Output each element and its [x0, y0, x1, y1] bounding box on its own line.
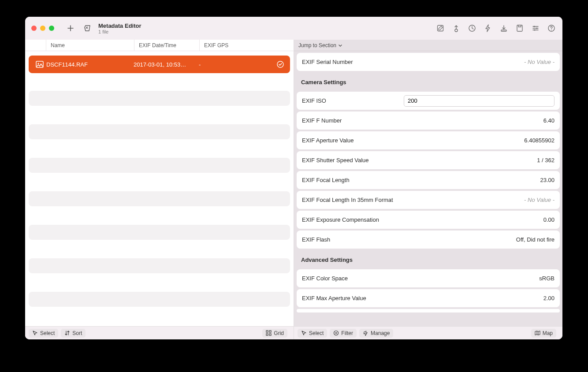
svg-point-7 — [534, 30, 536, 31]
edit-icon[interactable] — [435, 23, 445, 33]
detail-value: 6.40855902 — [524, 137, 555, 144]
detail-scroll[interactable]: EXIF Serial Number - No Value - Camera S… — [294, 51, 562, 326]
section-camera-settings: Camera Settings — [297, 73, 560, 90]
svg-rect-14 — [269, 331, 271, 332]
chevron-down-icon — [338, 43, 342, 48]
detail-shutter[interactable]: EXIF Shutter Speed Value 1 / 362 — [297, 151, 560, 169]
detail-aperture[interactable]: EXIF Aperture Value 6.40855902 — [297, 131, 560, 149]
manage-label: Manage — [371, 330, 390, 336]
flash-icon[interactable] — [483, 23, 493, 33]
column-headers: Name EXIF Date/Time EXIF GPS — [25, 40, 294, 51]
detail-value: 23.00 — [540, 177, 555, 183]
iso-input[interactable] — [404, 95, 555, 107]
download-icon[interactable] — [499, 23, 509, 33]
detail-value: 1 / 362 — [537, 157, 555, 164]
svg-rect-4 — [517, 25, 522, 31]
help-icon[interactable] — [547, 23, 556, 33]
minimize-window-button[interactable] — [40, 26, 45, 31]
jump-label: Jump to Section — [298, 42, 336, 48]
svg-point-11 — [38, 63, 39, 64]
left-footer: Select Sort Grid — [25, 326, 294, 339]
check-icon — [275, 61, 286, 68]
empty-row — [29, 124, 290, 139]
detail-label: EXIF F Number — [302, 117, 342, 124]
select-button[interactable]: Select — [29, 329, 58, 338]
close-window-button[interactable] — [31, 26, 37, 31]
detail-label: EXIF Exposure Compensation — [302, 216, 379, 223]
app-window: Metadata Editor 1 file — [25, 17, 562, 339]
empty-row — [29, 91, 290, 106]
detail-flash[interactable]: EXIF Flash Off, Did not fire — [297, 231, 560, 249]
right-footer: Select Filter Manage Map — [294, 326, 562, 339]
detail-colorspace[interactable]: EXIF Color Space sRGB — [297, 269, 560, 287]
map-button[interactable]: Map — [531, 329, 556, 338]
titlebar: Metadata Editor 1 file — [25, 17, 562, 40]
detail-focal[interactable]: EXIF Focal Length 23.00 — [297, 171, 560, 189]
detail-fnumber[interactable]: EXIF F Number 6.40 — [297, 112, 560, 130]
detail-label: EXIF Max Aperture Value — [302, 295, 366, 301]
detail-value: sRGB — [539, 275, 555, 282]
file-list: DSCF1144.RAF 2017-03-01, 10:53… - — [25, 51, 294, 326]
filter-label: Filter — [341, 330, 353, 336]
detail-iso[interactable]: EXIF ISO — [297, 92, 560, 110]
detail-focal35[interactable]: EXIF Focal Length In 35mm Format - No Va… — [297, 191, 560, 209]
column-gps[interactable]: EXIF GPS — [200, 40, 294, 51]
svg-point-1 — [455, 29, 458, 32]
history-icon[interactable] — [467, 23, 477, 33]
section-advanced-settings: Advanced Settings — [297, 250, 560, 268]
no-value: - No Value - — [524, 197, 555, 203]
add-button[interactable] — [66, 23, 75, 33]
save-icon[interactable] — [515, 23, 525, 33]
svg-point-9 — [551, 30, 552, 30]
detail-label: EXIF Aperture Value — [302, 137, 354, 144]
file-date: 2017-03-01, 10:53… — [134, 61, 199, 68]
svg-rect-3 — [501, 30, 506, 31]
remove-button[interactable] — [82, 23, 92, 33]
select-label: Select — [309, 330, 324, 336]
grid-label: Grid — [274, 330, 284, 336]
detail-label: EXIF Color Space — [302, 275, 348, 282]
detail-label: EXIF ISO — [302, 97, 326, 104]
window-subtitle: 1 file — [98, 29, 141, 34]
column-date[interactable]: EXIF Date/Time — [134, 40, 200, 51]
settings-icon[interactable] — [531, 23, 540, 33]
jump-to-section-button[interactable]: Jump to Section — [294, 40, 562, 51]
image-icon — [33, 61, 46, 68]
zoom-window-button[interactable] — [49, 26, 54, 31]
detail-partial — [297, 309, 560, 312]
detail-expcomp[interactable]: EXIF Exposure Compensation 0.00 — [297, 211, 560, 229]
svg-rect-16 — [269, 334, 271, 335]
select-label: Select — [40, 330, 55, 336]
file-list-pane: Name EXIF Date/Time EXIF GPS DSCF1144.RA… — [25, 40, 294, 339]
empty-row — [29, 292, 290, 307]
manage-button[interactable]: Manage — [359, 329, 393, 338]
detail-value: 6.40 — [543, 117, 555, 124]
select-button[interactable]: Select — [298, 329, 327, 338]
sort-label: Sort — [72, 330, 82, 336]
empty-row — [29, 258, 290, 273]
svg-rect-15 — [266, 334, 268, 335]
file-name: DSCF1144.RAF — [46, 61, 134, 68]
detail-label: EXIF Focal Length In 35mm Format — [302, 197, 393, 203]
detail-pane: Jump to Section EXIF Serial Number - No … — [294, 40, 562, 339]
detail-serial[interactable]: EXIF Serial Number - No Value - — [297, 53, 560, 71]
traffic-lights — [31, 26, 54, 31]
file-row-selected[interactable]: DSCF1144.RAF 2017-03-01, 10:53… - — [29, 56, 290, 73]
export-icon[interactable] — [451, 23, 461, 33]
detail-label: EXIF Flash — [302, 236, 330, 243]
detail-maxaperture[interactable]: EXIF Max Aperture Value 2.00 — [297, 289, 560, 307]
detail-label: EXIF Shutter Speed Value — [302, 157, 369, 164]
detail-label: EXIF Focal Length — [302, 177, 350, 183]
empty-row — [29, 158, 290, 173]
svg-point-5 — [534, 26, 535, 27]
empty-row — [29, 225, 290, 240]
grid-button[interactable]: Grid — [262, 329, 287, 338]
filter-button[interactable]: Filter — [330, 329, 357, 338]
svg-point-6 — [536, 28, 538, 29]
sort-button[interactable]: Sort — [61, 329, 86, 338]
svg-rect-13 — [266, 331, 268, 332]
detail-value: 2.00 — [543, 295, 555, 301]
detail-value: 0.00 — [543, 216, 555, 223]
column-name[interactable]: Name — [46, 40, 134, 51]
empty-row — [29, 191, 290, 206]
